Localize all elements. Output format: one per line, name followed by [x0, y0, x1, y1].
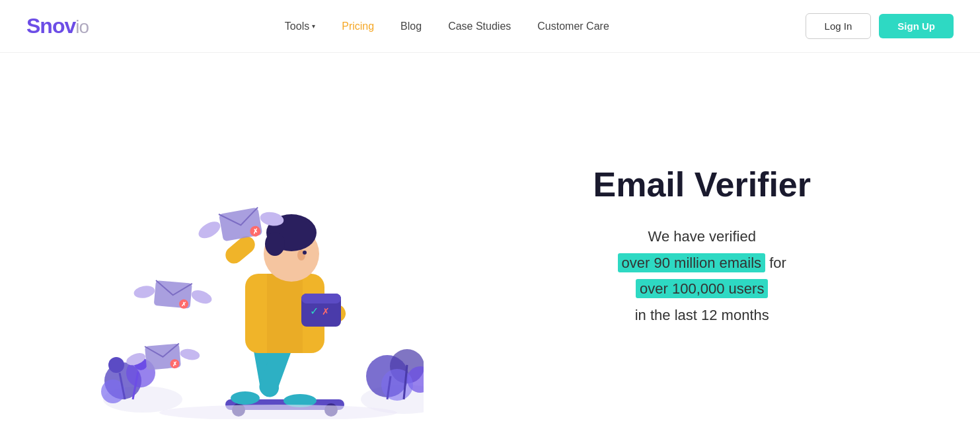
svg-point-50	[179, 347, 200, 361]
svg-point-53	[159, 405, 397, 419]
svg-point-23	[231, 391, 260, 405]
hero-title: Email Verifier	[593, 166, 811, 204]
signup-button[interactable]: Sign Up	[879, 14, 954, 38]
nav-link-tools[interactable]: Tools ▾	[285, 20, 315, 32]
logo-io: io	[75, 17, 89, 37]
chevron-down-icon: ▾	[312, 22, 315, 30]
nav-links: Tools ▾ Pricing Blog Case Studies Custom…	[285, 20, 609, 32]
navbar: Snovio Tools ▾ Pricing Blog Case Studies…	[0, 0, 980, 53]
svg-point-45	[190, 288, 213, 306]
main-content: ✓ ✗ ✗	[0, 53, 980, 441]
hero-subtitle: We have verified over 90 million emails …	[618, 223, 786, 328]
nav-item-customer-care[interactable]: Customer Care	[537, 20, 609, 32]
svg-point-12	[381, 369, 413, 401]
subtitle-line1: We have verified	[648, 228, 756, 245]
nav-actions: Log In Sign Up	[806, 13, 954, 39]
svg-text:✗: ✗	[322, 306, 330, 317]
svg-text:✗: ✗	[172, 360, 178, 368]
svg-point-39	[196, 218, 223, 241]
svg-point-44	[133, 284, 156, 299]
subtitle-line3: in the last 12 months	[635, 307, 769, 323]
highlight-emails: over 90 million emails	[618, 253, 766, 272]
svg-rect-26	[267, 274, 303, 353]
nav-link-blog[interactable]: Blog	[400, 20, 422, 32]
svg-point-35	[265, 232, 285, 256]
nav-item-pricing[interactable]: Pricing	[342, 20, 374, 32]
svg-text:✓: ✓	[310, 305, 319, 317]
svg-text:✗: ✗	[181, 301, 187, 308]
nav-item-blog[interactable]: Blog	[400, 20, 422, 32]
logo-snov: Snov	[26, 14, 75, 38]
login-button[interactable]: Log In	[806, 13, 872, 39]
logo[interactable]: Snovio	[26, 14, 89, 38]
nav-link-pricing[interactable]: Pricing	[342, 20, 374, 32]
svg-rect-30	[301, 294, 341, 303]
nav-item-tools[interactable]: Tools ▾	[285, 20, 315, 32]
svg-point-37	[303, 251, 307, 255]
highlight-users: over 100,000 users	[636, 279, 768, 298]
hero-illustration: ✓ ✗ ✗	[27, 75, 424, 419]
nav-item-case-studies[interactable]: Case Studies	[448, 20, 511, 32]
text-area: Email Verifier We have verified over 90 …	[451, 140, 981, 355]
nav-link-customer-care[interactable]: Customer Care	[537, 20, 609, 32]
svg-point-5	[108, 357, 124, 373]
nav-link-case-studies[interactable]: Case Studies	[448, 20, 511, 32]
illustration-area: ✓ ✗ ✗	[0, 53, 451, 441]
